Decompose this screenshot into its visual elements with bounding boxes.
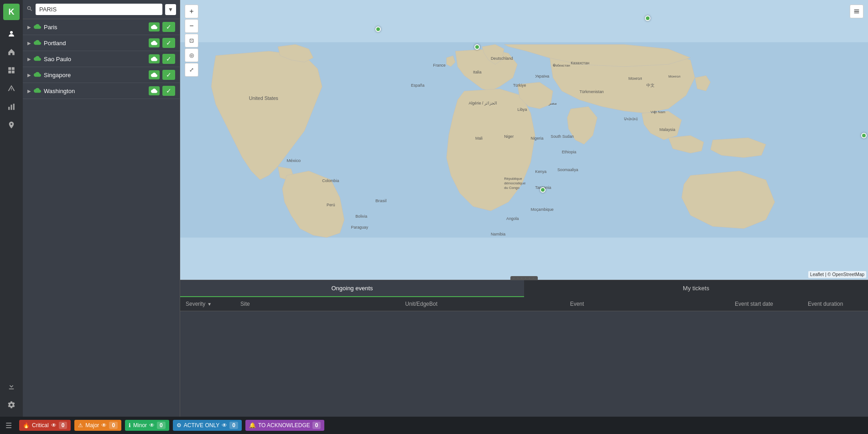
svg-text:Malaysia: Malaysia xyxy=(660,127,676,132)
svg-text:Niger: Niger xyxy=(504,134,514,139)
svg-text:Colombia: Colombia xyxy=(322,178,339,183)
svg-text:Türkmenistan: Türkmenistan xyxy=(580,89,604,94)
nav-item-events[interactable] xyxy=(3,80,20,97)
svg-text:Moçambique: Moçambique xyxy=(531,207,554,212)
site-item-paris[interactable]: ▶ Paris ✓ xyxy=(23,19,180,35)
svg-text:México: México xyxy=(286,158,301,163)
world-map: United States España Italia Deutschland … xyxy=(180,0,868,280)
map-dot-france[interactable] xyxy=(645,16,650,21)
menu-toggle-icon[interactable]: ☰ xyxy=(5,421,12,430)
svg-text:Bolivia: Bolivia xyxy=(355,214,367,219)
critical-eye-icon: 👁 xyxy=(51,422,57,429)
svg-text:South Sudan: South Sudan xyxy=(551,134,574,139)
critical-label: Critical xyxy=(32,422,49,429)
zoom-in-button[interactable]: + xyxy=(185,5,198,18)
app-logo: K xyxy=(3,4,20,20)
site-check-icon: ✓ xyxy=(162,54,175,64)
site-name-label: Portland xyxy=(44,40,146,47)
svg-text:France: France xyxy=(433,63,446,68)
svg-text:United States: United States xyxy=(249,95,278,101)
site-name-label: Singapore xyxy=(44,72,146,78)
site-cloud-icon xyxy=(34,55,41,63)
tab-ongoing-events[interactable]: Ongoing events xyxy=(180,280,524,297)
col-unit-header: Unit/EdgeBot xyxy=(405,301,570,307)
site-cloud-icon xyxy=(34,23,41,31)
select-tool-button[interactable]: ⊡ xyxy=(185,34,198,47)
map-dot-paris[interactable] xyxy=(474,44,480,50)
severity-label: Severity xyxy=(186,301,205,307)
site-name-label: Paris xyxy=(44,24,146,31)
site-name-label: Washington xyxy=(44,88,146,94)
svg-text:Ethiopia: Ethiopia xyxy=(562,150,577,154)
site-item-washington[interactable]: ▶ Washington ✓ xyxy=(23,83,180,99)
col-site-header: Site xyxy=(240,301,405,307)
map-dot-sao-paulo[interactable] xyxy=(540,187,546,193)
search-input[interactable] xyxy=(36,4,162,15)
svg-text:République: République xyxy=(504,177,522,181)
svg-text:Україна: Україна xyxy=(535,74,549,78)
site-item-sao-paulo[interactable]: ▶ Sao Paulo ✓ xyxy=(23,51,180,67)
nav-item-charts[interactable] xyxy=(3,99,20,115)
resize-dots: · · · · · · xyxy=(514,276,535,280)
status-minor[interactable]: ℹ Minor 👁 0 xyxy=(125,420,169,431)
svg-text:Deutschland: Deutschland xyxy=(491,56,513,61)
site-check-icon: ✓ xyxy=(162,70,175,80)
status-major[interactable]: ⚠ Major 👁 0 xyxy=(74,420,121,431)
col-severity-header[interactable]: Severity ▼ xyxy=(186,301,240,307)
svg-text:Kenya: Kenya xyxy=(535,169,546,174)
minor-label: Minor xyxy=(133,422,147,429)
map-toggle-button[interactable] xyxy=(850,5,863,18)
bottom-panel: Ongoing events My tickets Severity ▼ Sit… xyxy=(180,280,868,417)
svg-rect-7 xyxy=(13,104,15,110)
svg-text:Libya: Libya xyxy=(517,107,527,112)
nav-item-download[interactable] xyxy=(3,378,20,395)
events-table: Severity ▼ Site Unit/EdgeBot Event Event… xyxy=(180,297,868,417)
svg-text:Казахстан: Казахстан xyxy=(571,61,589,65)
events-table-header: Severity ▼ Site Unit/EdgeBot Event Event… xyxy=(180,297,868,311)
svg-text:Монгол: Монгол xyxy=(629,76,642,81)
svg-rect-1 xyxy=(8,67,11,70)
map-resize-handle[interactable]: · · · · · · xyxy=(510,276,538,280)
svg-text:du Congo: du Congo xyxy=(504,186,520,190)
minor-count: 0 xyxy=(157,422,166,429)
tab-my-tickets[interactable]: My tickets xyxy=(524,280,868,297)
svg-text:Nigeria: Nigeria xyxy=(531,136,544,141)
site-status-icon xyxy=(149,38,160,47)
map-controls: + − ⊡ ◎ ⤢ xyxy=(185,5,198,77)
nav-item-home[interactable] xyxy=(3,44,20,60)
svg-text:中文: 中文 xyxy=(646,83,655,88)
site-status-icon xyxy=(149,86,160,95)
nav-item-user[interactable] xyxy=(3,26,20,42)
site-status-icon xyxy=(149,54,160,63)
svg-text:Angola: Angola xyxy=(506,216,519,221)
search-dropdown-button[interactable]: ▼ xyxy=(165,4,176,15)
sidebar-search: ▼ xyxy=(23,0,180,19)
app-container: K ▼ xyxy=(0,0,868,417)
major-eye-icon: 👁 xyxy=(101,422,107,429)
svg-text:Việt Nam: Việt Nam xyxy=(650,110,665,114)
search-icon xyxy=(26,5,33,13)
site-status-icon xyxy=(149,22,160,31)
site-item-singapore[interactable]: ▶ Singapore ✓ xyxy=(23,67,180,83)
status-to-acknowledge[interactable]: 🔔 TO ACKNOWLEDGE 0 xyxy=(245,420,325,431)
site-chevron-icon: ▶ xyxy=(27,89,31,94)
svg-text:Algérie / الجزائر: Algérie / الجزائر xyxy=(468,101,497,106)
nav-item-location[interactable] xyxy=(3,117,20,133)
status-active-only[interactable]: ⚙ ACTIVE ONLY 👁 0 xyxy=(173,420,242,431)
site-item-portland[interactable]: ▶ Portland ✓ xyxy=(23,35,180,51)
nav-item-dashboard[interactable] xyxy=(3,62,20,78)
site-check-icon: ✓ xyxy=(162,22,175,32)
active-eye-icon: 👁 xyxy=(222,422,227,429)
nav-item-settings[interactable] xyxy=(3,397,20,413)
svg-text:Өзбекстан: Өзбекстан xyxy=(553,63,570,68)
status-critical[interactable]: 🔥 Critical 👁 0 xyxy=(19,420,71,431)
site-list: ▶ Paris ✓ ▶ Portland ✓ ▶ Sao Paulo ✓ ▶ xyxy=(23,19,180,417)
fullscreen-button[interactable]: ⤢ xyxy=(185,63,198,77)
svg-text:Türkiye: Türkiye xyxy=(513,83,526,88)
crosshair-button[interactable]: ◎ xyxy=(185,48,198,62)
map-dot-portland[interactable] xyxy=(375,26,381,32)
map-dot-singapore[interactable] xyxy=(861,133,867,138)
svg-text:España: España xyxy=(411,83,425,88)
site-chevron-icon: ▶ xyxy=(27,57,31,62)
zoom-out-button[interactable]: − xyxy=(185,19,198,33)
